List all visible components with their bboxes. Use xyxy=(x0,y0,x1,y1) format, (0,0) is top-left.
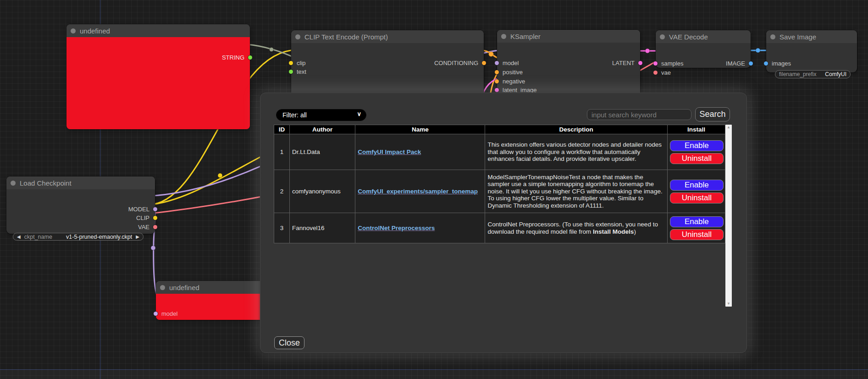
node-title-bar[interactable]: VAE Decode xyxy=(656,30,751,43)
extension-link[interactable]: ControlNet Preprocessors xyxy=(358,225,435,231)
extension-link[interactable]: ComfyUI_experiments/sampler_tonemap xyxy=(358,188,478,195)
node-title: KSampler xyxy=(510,33,541,40)
widget-value[interactable]: ComfyUI xyxy=(820,71,846,77)
output-vae[interactable]: VAE xyxy=(138,223,155,231)
previous-arrow-icon[interactable]: ◀ xyxy=(17,234,21,239)
wire-dot-string[interactable] xyxy=(270,48,274,52)
port-label: vae xyxy=(661,69,671,76)
node-save-image[interactable]: Save Image images filename_prefix ComfyU… xyxy=(766,30,857,72)
header-install: Install xyxy=(667,125,725,134)
input-model[interactable]: model xyxy=(497,59,519,66)
extension-link[interactable]: ComfyUI Impact Pack xyxy=(358,148,421,155)
node-title-bar[interactable]: Load Checkpoint xyxy=(6,176,155,189)
port-dot-model[interactable] xyxy=(153,207,157,211)
node-title-bar[interactable]: KSampler xyxy=(497,30,640,43)
input-images[interactable]: images xyxy=(766,60,791,67)
port-dot-images[interactable] xyxy=(764,61,768,66)
port-dot-image[interactable] xyxy=(749,61,753,66)
filter-select[interactable]: Filter: all xyxy=(276,109,366,121)
node-title-bar[interactable]: CLIP Text Encode (Prompt) xyxy=(291,30,484,43)
port-dot-latent-image[interactable] xyxy=(495,88,499,92)
next-arrow-icon[interactable]: ▶ xyxy=(136,234,139,239)
cell-id: 1 xyxy=(274,134,290,170)
cell-id: 3 xyxy=(274,213,290,243)
node-collapse-dot-icon[interactable] xyxy=(11,181,16,186)
uninstall-button[interactable]: Uninstall xyxy=(670,229,724,240)
port-dot-vae[interactable] xyxy=(653,71,658,75)
extensions-table-container[interactable]: ID Author Name Description Install 1 Dr.… xyxy=(274,125,732,307)
node-collapse-dot-icon[interactable] xyxy=(501,34,506,39)
node-undefined-top[interactable]: undefined STRING xyxy=(66,24,250,129)
vertical-scrollbar[interactable]: ▲ ▼ xyxy=(725,125,732,307)
node-load-checkpoint[interactable]: Load Checkpoint MODEL CLIP VAE ◀ ckpt_na… xyxy=(6,176,155,234)
node-collapse-dot-icon[interactable] xyxy=(295,34,300,39)
output-string[interactable]: STRING xyxy=(222,54,250,61)
wire-dot-latent[interactable] xyxy=(645,49,650,53)
wire-dot-clip[interactable] xyxy=(218,173,222,178)
cell-description: ModelSamplerTonemapNoiseTest a node that… xyxy=(485,170,667,213)
input-model[interactable]: model xyxy=(156,310,177,317)
uninstall-button[interactable]: Uninstall xyxy=(670,192,724,203)
port-label: clip xyxy=(297,60,306,66)
wire-dot-image[interactable] xyxy=(756,48,760,53)
table-row: 2 comfyanonymous ComfyUI_experiments/sam… xyxy=(274,170,725,213)
filename-prefix-widget[interactable]: filename_prefix ComfyUI xyxy=(775,70,851,78)
output-image[interactable]: IMAGE xyxy=(726,60,751,67)
wire-dot-conditioning[interactable] xyxy=(489,52,494,57)
table-header-row: ID Author Name Description Install xyxy=(274,125,725,134)
uninstall-button[interactable]: Uninstall xyxy=(670,153,724,164)
node-title-bar[interactable]: Save Image xyxy=(766,30,857,43)
input-clip[interactable]: clip xyxy=(291,59,306,66)
node-vae-decode[interactable]: VAE Decode samples vae IMAGE xyxy=(656,30,751,68)
input-vae[interactable]: vae xyxy=(656,69,671,76)
close-button[interactable]: Close xyxy=(274,336,304,349)
cell-author: Fannovel16 xyxy=(290,213,355,243)
widget-value[interactable]: v1-5-pruned-emaonly.ckpt xyxy=(56,234,132,240)
port-label: CONDITIONING xyxy=(434,60,478,66)
output-latent[interactable]: LATENT xyxy=(612,59,640,66)
node-title: Load Checkpoint xyxy=(20,179,72,187)
cell-author: Dr.Lt.Data xyxy=(290,134,355,170)
node-collapse-dot-icon[interactable] xyxy=(770,34,775,39)
node-title: undefined xyxy=(80,27,110,35)
port-label: positive xyxy=(503,69,523,76)
port-dot-conditioning[interactable] xyxy=(482,61,486,65)
port-dot-samples[interactable] xyxy=(653,61,658,66)
node-title-bar[interactable]: undefined xyxy=(66,24,250,37)
node-undefined-bottom[interactable]: undefined model xyxy=(156,281,271,320)
enable-button[interactable]: Enable xyxy=(670,180,724,191)
input-samples[interactable]: samples xyxy=(656,60,683,67)
node-collapse-dot-icon[interactable] xyxy=(160,285,165,290)
port-dot-positive[interactable] xyxy=(495,70,499,74)
port-dot-negative[interactable] xyxy=(495,79,499,83)
input-negative[interactable]: negative xyxy=(497,77,525,85)
output-clip[interactable]: CLIP xyxy=(136,214,155,221)
header-name: Name xyxy=(355,125,485,134)
ckpt-name-widget[interactable]: ◀ ckpt_name v1-5-pruned-emaonly.ckpt ▶ xyxy=(13,233,144,241)
node-collapse-dot-icon[interactable] xyxy=(71,28,76,33)
table-row: 1 Dr.Lt.Data ComfyUI Impact Pack This ex… xyxy=(274,134,725,170)
port-dot-model[interactable] xyxy=(495,61,499,65)
wire-dot-model[interactable] xyxy=(151,246,155,250)
output-conditioning[interactable]: CONDITIONING xyxy=(434,59,484,66)
port-dot-clip[interactable] xyxy=(153,216,157,220)
port-dot-string[interactable] xyxy=(248,55,252,60)
search-input[interactable] xyxy=(587,109,691,120)
port-dot-vae[interactable] xyxy=(153,225,157,229)
port-dot-model[interactable] xyxy=(154,312,158,316)
input-text[interactable]: text xyxy=(291,68,306,75)
output-model[interactable]: MODEL xyxy=(128,205,155,213)
port-dot-clip[interactable] xyxy=(289,61,293,65)
enable-button[interactable]: Enable xyxy=(670,140,724,151)
port-dot-text[interactable] xyxy=(289,70,293,74)
scroll-down-icon[interactable]: ▼ xyxy=(725,301,732,307)
scroll-up-icon[interactable]: ▲ xyxy=(725,125,732,130)
input-positive[interactable]: positive xyxy=(497,68,523,76)
node-title-bar[interactable]: undefined xyxy=(156,281,271,294)
search-button[interactable]: Search xyxy=(695,107,730,121)
node-collapse-dot-icon[interactable] xyxy=(660,34,665,39)
port-dot-latent[interactable] xyxy=(638,61,642,65)
table-row: 3 Fannovel16 ControlNet Preprocessors Co… xyxy=(274,213,725,243)
enable-button[interactable]: Enable xyxy=(670,216,724,227)
comfyui-canvas[interactable]: undefined STRING CLIP Text Encode (Promp… xyxy=(0,0,868,379)
